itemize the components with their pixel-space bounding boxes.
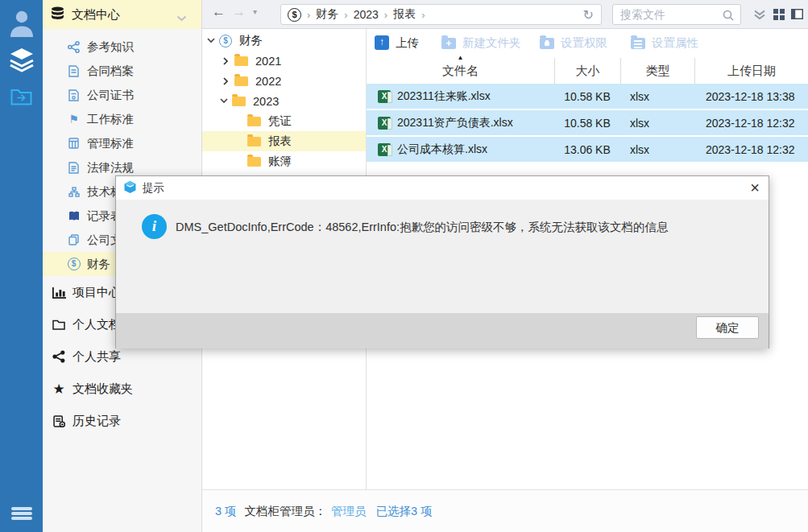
sidebar-item-history[interactable]: 历史记录 <box>43 408 201 434</box>
excel-file-icon <box>378 143 391 156</box>
folder-icon <box>232 97 246 106</box>
file-date: 2023-12-18 13:38 <box>694 84 808 109</box>
properties-icon <box>631 38 645 49</box>
folder-icon <box>247 157 261 167</box>
tree-node-vouchers[interactable]: 凭证 <box>202 111 366 131</box>
tree-node-label: 账簿 <box>268 154 292 169</box>
tree-node-label: 财务 <box>239 33 263 48</box>
org-chart-icon <box>67 187 81 197</box>
file-row[interactable]: 公司成本核算.xlsx 13.06 KB xlsx 2023-12-18 12:… <box>367 137 808 162</box>
ok-button[interactable]: 确定 <box>696 316 759 339</box>
file-date: 2023-12-18 12:32 <box>694 110 808 135</box>
tree-node-2022[interactable]: 2022 <box>202 71 366 91</box>
sidebar-item-label: 财务 <box>87 257 110 272</box>
back-arrow-icon[interactable]: ← <box>212 4 226 20</box>
sidebar-item-work-standards[interactable]: ⚑ 工作标准 <box>43 107 201 131</box>
tree-node-label: 2023 <box>253 95 279 108</box>
file-row[interactable]: 202311往来账.xlsx 10.58 KB xlsx 2023-12-18 … <box>367 84 808 109</box>
certificate-icon <box>67 89 81 101</box>
folder-icon <box>51 319 67 330</box>
chevron-down-icon[interactable] <box>176 11 187 24</box>
breadcrumb-separator: › <box>344 9 347 21</box>
menu-icon[interactable] <box>0 507 43 520</box>
forward-arrow-icon[interactable]: → <box>232 4 246 20</box>
sidebar-item-document-favorites[interactable]: ★ 文档收藏夹 <box>43 376 201 402</box>
new-folder-button[interactable]: 新建文件夹 <box>441 32 521 53</box>
grid-view-icon[interactable] <box>773 9 785 23</box>
file-toolbar: 上传 新建文件夹 设置权限 设置属性 <box>367 29 808 56</box>
close-icon[interactable]: × <box>750 177 760 199</box>
tree-node-2021[interactable]: 2021 <box>202 51 366 71</box>
sidebar-item-label: 公司证书 <box>87 88 134 103</box>
expand-closed-icon[interactable] <box>221 77 230 85</box>
permissions-icon <box>540 38 554 49</box>
star-icon: ★ <box>51 382 67 396</box>
dialog-message: DMS_GetDocInfo,ErrCode：48562,ErrInfo:抱歉您… <box>176 220 744 235</box>
file-type: xlsx <box>620 137 694 162</box>
excel-file-icon <box>378 90 391 103</box>
tree-node-ledgers[interactable]: 账簿 <box>202 151 366 171</box>
admin-link[interactable]: 管理员 <box>331 504 367 519</box>
breadcrumb-segment-finance[interactable]: 财务 <box>316 7 338 22</box>
sidebar-item-label: 工作标准 <box>87 112 134 127</box>
dms-app: 文档中心 参考知识 合同档案 公司证书 ⚑ 工作标准 管理标准 法律法规 <box>0 0 808 532</box>
search-input[interactable] <box>620 6 717 23</box>
column-header-type[interactable]: 类型 <box>620 58 694 84</box>
file-name: 202311往来账.xlsx <box>397 89 491 104</box>
sidebar-item-label: 参考知识 <box>87 39 134 55</box>
sidebar-item-label: 法律法规 <box>87 160 134 175</box>
breadcrumb-separator: › <box>384 9 387 21</box>
file-size: 10.58 KB <box>554 110 620 135</box>
flag-icon: ⚑ <box>67 113 81 125</box>
folder-transfer-icon[interactable] <box>0 87 43 105</box>
tree-node-reports[interactable]: 报表 <box>202 131 366 151</box>
breadcrumb-segment-2023[interactable]: 2023 <box>354 8 379 21</box>
finance-root-icon[interactable] <box>288 8 301 22</box>
button-label: 新建文件夹 <box>462 35 521 51</box>
column-label: 大小 <box>576 64 600 79</box>
tree-node-label: 报表 <box>268 134 292 149</box>
column-header-filename[interactable]: ▲ 文件名 <box>367 58 554 84</box>
upload-button[interactable]: 上传 <box>375 32 419 53</box>
dialog-title-bar: 提示 × <box>116 176 769 200</box>
expand-closed-icon[interactable] <box>221 57 230 65</box>
coin-icon <box>67 258 81 270</box>
expand-open-icon[interactable] <box>206 38 216 43</box>
column-header-size[interactable]: 大小 <box>554 58 620 84</box>
layout-panel-icon[interactable] <box>791 9 803 22</box>
set-properties-button[interactable]: 设置属性 <box>631 32 698 53</box>
set-permissions-button[interactable]: 设置权限 <box>540 32 607 53</box>
breadcrumb-segment-reports[interactable]: 报表 <box>393 7 416 22</box>
search-box <box>612 4 741 25</box>
file-row[interactable]: 202311资产负债表.xlsx 10.58 KB xlsx 2023-12-1… <box>367 110 808 135</box>
tree-node-2023[interactable]: 2023 <box>202 91 366 111</box>
dialog-footer: 确定 <box>116 313 769 348</box>
nav-header-document-center[interactable]: 文档中心 <box>43 0 201 29</box>
refresh-icon[interactable]: ↻ <box>583 7 594 23</box>
layers-icon[interactable] <box>0 47 43 72</box>
status-bar: 3 项 文档柜管理员： 管理员 已选择3 项 <box>202 489 808 532</box>
double-chevron-down-icon[interactable] <box>753 10 766 23</box>
top-toolbar: ← → ▾ › 财务 › 2023 › 报表 › ↻ <box>202 0 808 29</box>
excel-file-icon <box>378 117 391 130</box>
bar-chart-icon <box>51 287 67 299</box>
sidebar-item-reference-knowledge[interactable]: 参考知识 <box>43 35 201 59</box>
dialog-title: 提示 <box>143 181 164 196</box>
tree-node-finance[interactable]: 财务 <box>202 31 366 51</box>
cabinet-admin-label: 文档柜管理员： <box>245 504 327 519</box>
expand-open-icon[interactable] <box>219 98 229 104</box>
info-icon <box>142 214 167 239</box>
user-icon[interactable] <box>0 9 43 39</box>
sidebar-item-label: 管理标准 <box>87 136 134 151</box>
share-icon <box>67 41 81 53</box>
column-header-upload-date[interactable]: 上传日期 <box>694 58 808 84</box>
database-icon <box>51 6 64 23</box>
file-name: 公司成本核算.xlsx <box>397 142 487 157</box>
history-caret-icon[interactable]: ▾ <box>253 7 257 16</box>
search-icon[interactable] <box>723 10 734 23</box>
sidebar-item-contract-archive[interactable]: 合同档案 <box>43 59 201 83</box>
sidebar-item-company-certificates[interactable]: 公司证书 <box>43 83 201 107</box>
copy-icon <box>67 234 81 245</box>
sidebar-item-management-standards[interactable]: 管理标准 <box>43 131 201 155</box>
breadcrumb: › 财务 › 2023 › 报表 › ↻ <box>280 4 602 25</box>
